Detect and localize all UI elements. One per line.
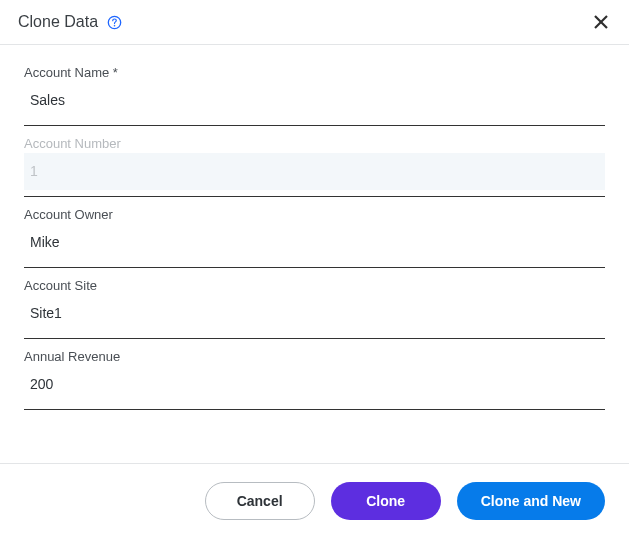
dialog-footer: Cancel Clone Clone and New: [0, 463, 629, 534]
dialog-title-wrap: Clone Data: [18, 13, 122, 31]
svg-point-1: [113, 24, 115, 26]
field-account-site: Account Site: [24, 268, 605, 339]
dialog-title: Clone Data: [18, 13, 98, 31]
help-icon[interactable]: [106, 14, 122, 30]
field-underline: [24, 409, 605, 410]
account-number-input: [24, 153, 605, 190]
field-account-owner: Account Owner: [24, 197, 605, 268]
dialog-body: Account Name * Account Number Account Ow…: [0, 45, 629, 463]
field-account-name: Account Name *: [24, 55, 605, 126]
clone-button[interactable]: Clone: [331, 482, 441, 520]
field-account-number: Account Number: [24, 126, 605, 197]
account-site-input[interactable]: [24, 295, 605, 332]
account-site-label: Account Site: [24, 278, 605, 293]
close-icon[interactable]: [591, 12, 611, 32]
account-owner-label: Account Owner: [24, 207, 605, 222]
field-annual-revenue: Annual Revenue: [24, 339, 605, 410]
annual-revenue-label: Annual Revenue: [24, 349, 605, 364]
annual-revenue-input[interactable]: [24, 366, 605, 403]
cancel-button[interactable]: Cancel: [205, 482, 315, 520]
account-name-input[interactable]: [24, 82, 605, 119]
dialog-header: Clone Data: [0, 0, 629, 45]
clone-and-new-button[interactable]: Clone and New: [457, 482, 605, 520]
account-number-label: Account Number: [24, 136, 605, 151]
account-owner-input[interactable]: [24, 224, 605, 261]
account-name-label: Account Name *: [24, 65, 605, 80]
